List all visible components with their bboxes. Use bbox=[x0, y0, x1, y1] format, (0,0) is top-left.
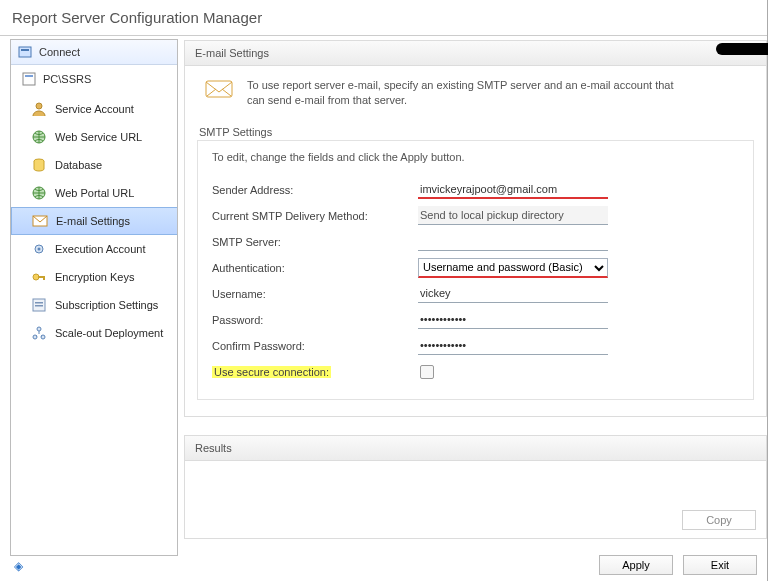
mail-icon bbox=[32, 213, 48, 229]
sidebar: Connect PC\SSRS Service AccountWeb Servi… bbox=[10, 39, 178, 556]
key-icon bbox=[31, 269, 47, 285]
scale-icon bbox=[31, 325, 47, 341]
svg-rect-16 bbox=[35, 305, 43, 307]
copy-button[interactable]: Copy bbox=[682, 510, 756, 530]
sidebar-item-label: Service Account bbox=[55, 103, 134, 115]
sidebar-item-label: Subscription Settings bbox=[55, 299, 158, 311]
sidebar-item-label: Web Portal URL bbox=[55, 187, 134, 199]
connect-label: Connect bbox=[39, 46, 80, 58]
sidebar-item-encryption-keys[interactable]: Encryption Keys bbox=[11, 263, 177, 291]
exit-button[interactable]: Exit bbox=[683, 555, 757, 575]
delivery-label: Current SMTP Delivery Method: bbox=[212, 210, 418, 222]
secure-label: Use secure connection: bbox=[212, 366, 418, 378]
sender-input[interactable] bbox=[418, 180, 608, 199]
sidebar-item-label: Scale-out Deployment bbox=[55, 327, 163, 339]
panel-intro: To use report server e-mail, specify an … bbox=[247, 78, 677, 108]
sidebar-item-label: Execution Account bbox=[55, 243, 146, 255]
username-input[interactable] bbox=[418, 284, 608, 303]
sidebar-item-service-account[interactable]: Service Account bbox=[11, 95, 177, 123]
auth-select[interactable]: Username and password (Basic) bbox=[418, 258, 608, 278]
svg-rect-2 bbox=[23, 73, 35, 85]
svg-point-10 bbox=[38, 248, 41, 251]
svg-rect-13 bbox=[43, 276, 45, 280]
sidebar-item-label: Encryption Keys bbox=[55, 271, 134, 283]
gear-icon bbox=[31, 241, 47, 257]
smtp-label: SMTP Server: bbox=[212, 236, 418, 248]
results-header: Results bbox=[184, 435, 767, 461]
help-icon[interactable]: ◈ bbox=[14, 559, 23, 573]
svg-point-19 bbox=[37, 327, 41, 331]
confirm-label: Confirm Password: bbox=[212, 340, 418, 352]
delivery-value: Send to local pickup directory bbox=[418, 206, 608, 225]
password-input[interactable] bbox=[418, 310, 608, 329]
panel-header: E-mail Settings bbox=[184, 40, 767, 66]
sidebar-item-label: Database bbox=[55, 159, 102, 171]
sidebar-item-web-portal-url[interactable]: Web Portal URL bbox=[11, 179, 177, 207]
connect-button[interactable]: Connect bbox=[11, 40, 177, 65]
window-title: Report Server Configuration Manager bbox=[0, 0, 767, 36]
sidebar-item-e-mail-settings[interactable]: E-mail Settings bbox=[11, 207, 177, 235]
database-icon bbox=[31, 157, 47, 173]
smtp-fieldset: To edit, change the fields and click the… bbox=[197, 140, 754, 400]
connect-icon bbox=[17, 44, 33, 60]
svg-rect-1 bbox=[21, 49, 29, 51]
svg-rect-15 bbox=[35, 302, 43, 304]
server-node[interactable]: PC\SSRS bbox=[11, 65, 177, 93]
sidebar-item-scale-out-deployment[interactable]: Scale-out Deployment bbox=[11, 319, 177, 347]
mail-icon bbox=[205, 78, 233, 102]
svg-rect-20 bbox=[206, 81, 232, 97]
svg-rect-0 bbox=[19, 47, 31, 57]
password-label: Password: bbox=[212, 314, 418, 326]
sidebar-item-execution-account[interactable]: Execution Account bbox=[11, 235, 177, 263]
results-body: Copy bbox=[184, 461, 767, 539]
svg-rect-3 bbox=[25, 75, 33, 77]
sender-label: Sender Address: bbox=[212, 184, 418, 196]
username-label: Username: bbox=[212, 288, 418, 300]
apply-button[interactable]: Apply bbox=[599, 555, 673, 575]
sidebar-item-web-service-url[interactable]: Web Service URL bbox=[11, 123, 177, 151]
subscription-icon bbox=[31, 297, 47, 313]
email-settings-panel: To use report server e-mail, specify an … bbox=[184, 66, 767, 417]
globe-icon bbox=[31, 185, 47, 201]
fieldset-title: SMTP Settings bbox=[199, 126, 754, 138]
smtp-input[interactable] bbox=[418, 232, 608, 251]
confirm-input[interactable] bbox=[418, 336, 608, 355]
secure-checkbox[interactable] bbox=[420, 365, 434, 379]
auth-label: Authentication: bbox=[212, 262, 418, 274]
globe-icon bbox=[31, 129, 47, 145]
fieldset-note: To edit, change the fields and click the… bbox=[212, 151, 739, 163]
user-icon bbox=[31, 101, 47, 117]
server-icon bbox=[21, 71, 37, 87]
sidebar-item-label: E-mail Settings bbox=[56, 215, 130, 227]
svg-point-4 bbox=[36, 103, 42, 109]
server-node-label: PC\SSRS bbox=[43, 73, 91, 85]
sidebar-item-subscription-settings[interactable]: Subscription Settings bbox=[11, 291, 177, 319]
redacted-area bbox=[716, 43, 768, 55]
sidebar-item-label: Web Service URL bbox=[55, 131, 142, 143]
sidebar-item-database[interactable]: Database bbox=[11, 151, 177, 179]
